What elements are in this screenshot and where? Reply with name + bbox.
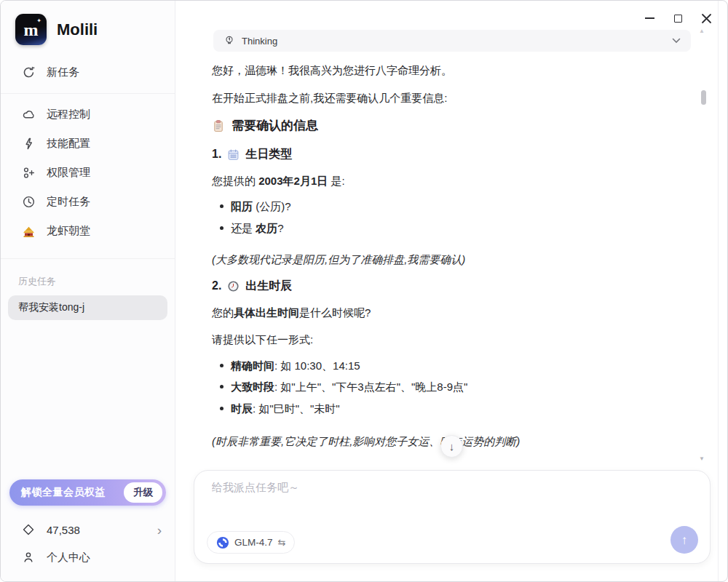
chevron-down-icon <box>672 38 681 44</box>
glm-logo-icon <box>216 536 229 549</box>
calendar-icon <box>227 148 240 161</box>
section-heading-confirm: 需要确认的信息 <box>212 118 692 134</box>
lightning-icon <box>22 137 36 151</box>
list-item: 大致时段: 如"上午"、"下午3点左右"、"晚上8-9点" <box>231 380 692 394</box>
message-paragraph: 在开始正式排盘之前,我还需要确认几个重要信息: <box>212 91 692 105</box>
sidebar-item-remote-control[interactable]: 远程控制 <box>1 100 175 129</box>
scroll-up-arrow-icon[interactable]: ▲ <box>699 28 705 34</box>
sidebar-item-label: 权限管理 <box>47 166 90 180</box>
heading-text: 生日类型 <box>245 147 292 162</box>
bullet-list-time-formats: 精确时间: 如 10:30、14:15 大致时段: 如"上午"、"下午3点左右"… <box>212 359 692 416</box>
clock-face-icon <box>227 280 240 292</box>
list-item: 阳历 (公历)? <box>231 199 692 214</box>
message-paragraph: 请提供以下任一形式: <box>212 332 692 347</box>
app-window: { "app": { "title": "Molili", "logo_lett… <box>0 0 728 582</box>
sidebar-item-label: 龙虾朝堂 <box>47 224 90 238</box>
history-item[interactable]: 帮我安装tong-j <box>8 295 167 320</box>
heading-birthday-type: 1. 生日类型 <box>212 147 692 162</box>
sidebar-item-label: 技能配置 <box>47 137 90 151</box>
window-controls <box>640 10 716 26</box>
history-item-label: 帮我安装tong-j <box>18 301 84 314</box>
temple-icon <box>22 224 36 238</box>
close-button[interactable] <box>697 10 716 26</box>
sidebar-item-label: 定时任务 <box>47 195 90 209</box>
refresh-icon <box>22 65 36 79</box>
app-logo: m ✦ <box>15 14 47 45</box>
clipboard-icon <box>212 119 225 132</box>
sidebar-menu: 远程控制 技能配置 权限管理 <box>1 100 175 245</box>
lightbulb-icon <box>223 35 235 47</box>
close-icon <box>701 13 712 24</box>
diamond-icon <box>22 523 36 537</box>
maximize-button[interactable] <box>668 10 687 26</box>
new-task-button[interactable]: 新任务 <box>1 61 175 83</box>
clock-icon <box>22 195 36 209</box>
model-selector[interactable]: GLM-4.7 ⇆ <box>207 531 295 554</box>
member-banner[interactable]: 解锁全量会员权益 升级 <box>9 479 166 506</box>
scrollbar-thumb[interactable] <box>701 90 706 105</box>
heading-text: 出生时辰 <box>245 279 292 294</box>
history-section-label: 历史任务 <box>1 259 175 295</box>
list-item: 时辰: 如"巳时"、"未时" <box>231 402 692 416</box>
swap-model-icon: ⇆ <box>278 537 286 548</box>
sidebar-item-scheduled-tasks[interactable]: 定时任务 <box>1 187 175 216</box>
arrow-down-icon: ↓ <box>449 440 455 453</box>
app-title: Molili <box>57 20 98 39</box>
minimize-icon <box>645 17 654 19</box>
sidebar: m ✦ Molili 新任务 远程控制 <box>1 1 175 581</box>
heading-number: 1. <box>212 147 221 162</box>
send-button[interactable]: ↑ <box>670 526 698 554</box>
message-paragraph: 您提供的 2003年2月1日 是: <box>212 174 692 188</box>
scroll-down-arrow-icon[interactable]: ▼ <box>699 455 705 462</box>
list-item: 精确时间: 如 10:30、14:15 <box>231 359 692 373</box>
message-paragraph: 您好，温德琳！我很高兴为您进行八字命理分析。 <box>212 63 692 78</box>
thinking-label: Thinking <box>242 36 277 47</box>
sidebar-bottom: 解锁全量会员权益 升级 47,538 › 个人中心 <box>1 479 175 571</box>
sidebar-item-label: 远程控制 <box>47 108 90 121</box>
cloud-icon <box>22 108 36 121</box>
section-heading-text: 需要确认的信息 <box>232 118 318 134</box>
message-paragraph: 您的具体出生时间是什么时候呢? <box>212 306 692 320</box>
sidebar-item-skill-config[interactable]: 技能配置 <box>1 129 175 158</box>
minimize-button[interactable] <box>640 10 659 26</box>
list-item: 还是 农历? <box>231 221 692 236</box>
scroll-gutter-divider <box>718 1 719 581</box>
maximize-icon <box>674 15 682 23</box>
new-task-label: 新任务 <box>47 65 79 79</box>
sidebar-item-lobster-court[interactable]: 龙虾朝堂 <box>1 216 175 245</box>
heading-number: 2. <box>212 279 221 294</box>
sparkle-icon: ✦ <box>36 18 41 24</box>
app-logo-row: m ✦ Molili <box>1 1 175 45</box>
sidebar-divider <box>1 93 175 94</box>
upgrade-button[interactable]: 升级 <box>124 482 162 503</box>
points-value: 47,538 <box>47 524 146 536</box>
sidebar-item-permissions[interactable]: 权限管理 <box>1 158 175 187</box>
member-banner-text: 解锁全量会员权益 <box>21 486 106 499</box>
arrow-up-icon: ↑ <box>681 534 688 546</box>
points-row[interactable]: 47,538 › <box>1 516 175 543</box>
message-note: (大多数现代记录是阳历,但为了准确排盘,我需要确认) <box>212 252 692 267</box>
permissions-icon <box>22 166 36 180</box>
chevron-right-icon: › <box>157 523 162 537</box>
scroll-to-bottom-button[interactable]: ↓ <box>440 435 463 458</box>
thinking-toggle[interactable]: Thinking <box>213 30 691 52</box>
assistant-message: 您好，温德琳！我很高兴为您进行八字命理分析。 在开始正式排盘之前,我还需要确认几… <box>212 59 692 461</box>
bullet-list-calendar: 阳历 (公历)? 还是 农历? <box>212 199 692 235</box>
message-input[interactable] <box>212 481 685 526</box>
profile-button[interactable]: 个人中心 <box>1 543 175 571</box>
composer: GLM-4.7 ⇆ ↑ <box>194 470 711 564</box>
profile-label: 个人中心 <box>47 551 90 565</box>
person-icon <box>22 551 36 565</box>
heading-birth-hour: 2. 出生时辰 <box>212 279 692 294</box>
model-name: GLM-4.7 <box>234 537 273 548</box>
